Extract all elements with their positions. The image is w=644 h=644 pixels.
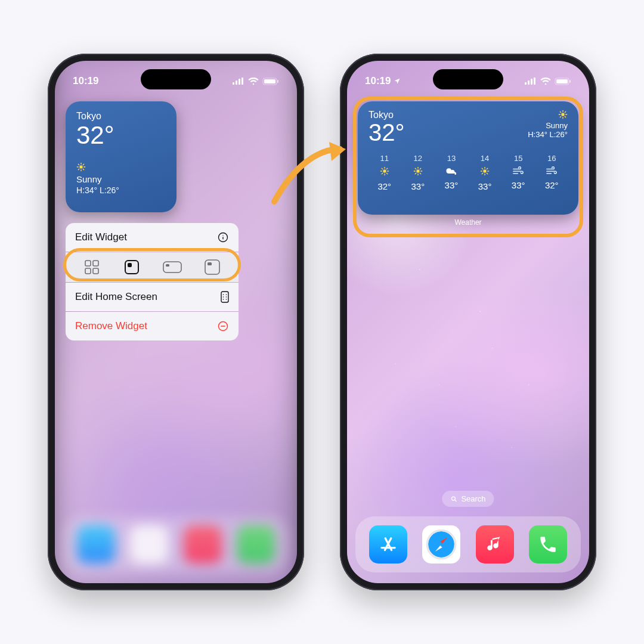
svg-rect-6 [277,80,278,83]
forecast-cloud-icon [445,166,457,177]
svg-rect-2 [239,79,240,85]
signal-icon [233,78,244,85]
signal-icon [525,78,537,85]
svg-line-68 [415,168,416,169]
status-icons [525,78,571,85]
forecast-hour: 1433° [469,154,500,191]
info-icon [217,231,229,243]
svg-rect-25 [163,262,181,273]
forecast-hour-label: 15 [514,154,522,163]
svg-line-70 [415,173,416,174]
svg-point-54 [383,169,386,172]
dock [63,516,289,572]
weather-widget-small[interactable]: Tokyo 32° Sunny H:34° L:26° [66,101,177,212]
svg-line-78 [487,173,487,174]
screen: 10:19 Tokyo 32° Sunny [347,61,589,583]
size-option-large[interactable] [202,259,222,275]
forecast-hour-label: 16 [547,154,556,163]
svg-rect-28 [208,262,212,265]
search-label: Search [461,494,485,503]
svg-line-50 [560,112,561,112]
forecast-hour-label: 12 [414,154,422,163]
forecast-hour: 1533° [502,154,534,191]
svg-rect-22 [93,268,98,274]
svg-rect-41 [534,78,535,85]
dynamic-island [141,69,211,89]
svg-line-80 [487,168,487,169]
svg-point-35 [226,299,227,300]
wifi-icon [540,78,551,85]
svg-point-45 [561,113,564,116]
size-option-medium[interactable] [162,259,182,275]
weather-temp: 32° [369,120,405,144]
svg-rect-1 [236,80,237,85]
weather-widget-medium[interactable]: Tokyo 32° Sunny H:34° L:26° 1132°1233°13… [358,101,578,215]
forecast-hour-label: 13 [447,154,456,163]
forecast-sun-icon [413,166,423,178]
music-icon[interactable] [476,525,514,564]
music-icon[interactable] [184,525,222,564]
forecast-wind-icon [546,166,558,177]
forecast-hour-temp: 32° [545,180,559,190]
svg-rect-0 [233,82,234,85]
svg-line-13 [83,169,83,169]
svg-line-51 [565,116,565,117]
screen: 10:19 Tokyo 32° Sunny H:34° L:26° Edit W… [55,61,297,583]
svg-point-72 [483,169,486,172]
svg-line-60 [386,173,387,174]
svg-rect-26 [166,264,169,267]
forecast-hour-temp: 33° [512,180,525,190]
weather-hilo: H:34° L:26° [528,130,568,139]
menu-edit-widget[interactable]: Edit Widget [66,223,239,252]
weather-condition: Sunny [528,121,568,130]
wifi-icon [248,78,259,85]
svg-line-82 [455,500,457,501]
phone-right: 10:19 Tokyo 32° Sunny [340,54,596,590]
status-time: 10:19 [73,75,98,87]
location-arrow-icon [394,78,401,85]
menu-edit-home-screen[interactable]: Edit Home Screen [66,283,239,311]
svg-line-59 [382,168,382,169]
hourly-forecast: 1132°1233°1333°1433°1533°1632° [369,154,568,191]
app-store-icon[interactable] [77,525,115,564]
menu-edit-home-label: Edit Home Screen [75,291,157,303]
svg-line-61 [382,173,382,174]
svg-rect-3 [242,78,243,85]
widget-context-menu: Edit Widget Edit Home Scr [66,223,239,340]
search-icon [450,496,457,503]
menu-remove-widget[interactable]: Remove Widget [66,312,239,340]
phone-icon[interactable] [529,525,567,564]
sun-icon [528,110,568,121]
home-search-pill[interactable]: Search [442,491,494,507]
svg-rect-38 [525,82,527,85]
svg-rect-24 [128,263,132,267]
svg-rect-44 [569,80,571,83]
safari-icon[interactable] [130,525,168,564]
safari-icon[interactable] [422,525,460,564]
svg-rect-19 [85,261,91,266]
menu-remove-label: Remove Widget [75,320,147,332]
svg-rect-23 [125,261,138,274]
svg-point-81 [451,497,455,500]
svg-point-31 [226,294,227,295]
svg-rect-5 [264,79,275,83]
size-option-small[interactable] [122,259,142,275]
minus-circle-icon [217,320,229,332]
svg-line-12 [78,164,79,165]
sun-icon [76,161,166,172]
svg-rect-21 [85,268,91,274]
svg-line-62 [386,168,387,169]
svg-rect-39 [528,80,530,85]
weather-temp: 32° [76,123,166,148]
forecast-hour: 1233° [402,154,434,191]
svg-point-33 [226,296,227,298]
svg-line-52 [560,116,561,117]
weather-condition: Sunny [76,174,166,184]
battery-icon [555,78,571,85]
size-option-apps[interactable] [82,259,102,275]
svg-point-7 [79,165,82,168]
phone-grid-icon [221,291,229,303]
app-store-icon[interactable] [369,525,407,564]
dock [355,516,581,572]
phone-icon[interactable] [237,525,275,564]
